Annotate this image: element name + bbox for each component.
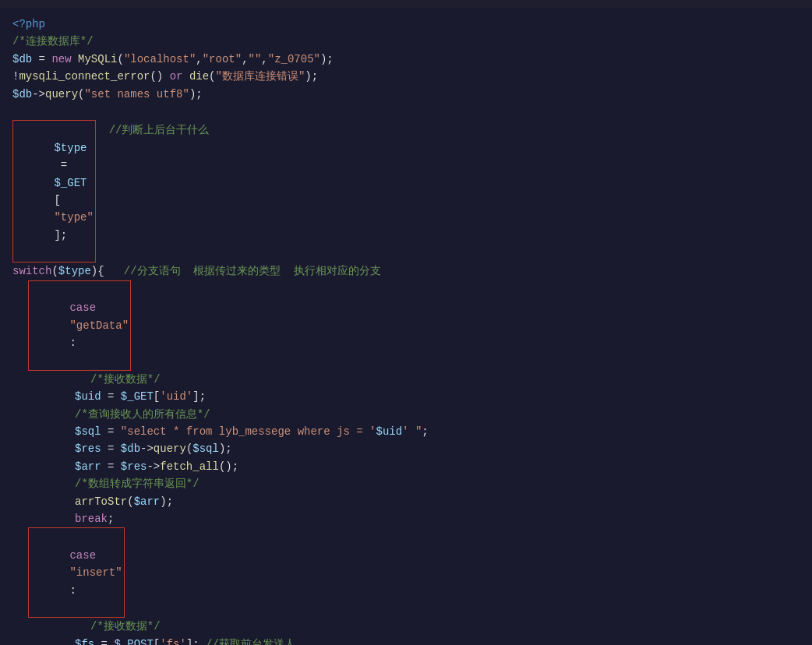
func-mysqli-connect-error: mysqli_connect_error xyxy=(19,68,150,85)
comment-receive-data: /*接收数据*/ xyxy=(90,371,161,388)
code-line-18: break ; xyxy=(0,510,812,527)
comment-connect-db: /*连接数据库*/ xyxy=(12,33,94,50)
comment-query-info: /*查询接收人的所有信息*/ xyxy=(75,406,210,423)
keyword-switch: switch xyxy=(12,263,51,280)
highlighted-case-insert: case "insert" : xyxy=(28,527,125,618)
code-line-10: /*接收数据*/ xyxy=(0,371,812,388)
code-line-21: $fs = $_POST [ 'fs' ]; //获取前台发送人 xyxy=(0,636,812,645)
class-mysqli: MySQLi xyxy=(78,51,117,68)
code-line-3: $db = new MySQLi ( "localhost" , "root" … xyxy=(0,51,812,68)
func-query: query xyxy=(45,86,78,103)
code-line-16: /*数组转成字符串返回*/ xyxy=(0,475,812,492)
code-line-9: case "getData" : xyxy=(0,280,812,371)
code-line-5: $db -> query ( "set names utf8" ); xyxy=(0,86,812,103)
var-db: $db xyxy=(12,51,32,68)
func-die: die xyxy=(189,68,209,85)
code-line-19: case "insert" : xyxy=(0,527,812,618)
comment-array-to-str: /*数组转成字符串返回*/ xyxy=(75,475,199,492)
code-line-4: ! mysqli_connect_error () or die ( " 数据库… xyxy=(0,68,812,85)
code-line-13: $sql = "select * from lyb_messege where … xyxy=(0,423,812,440)
code-line-14: $res = $db -> query ( $sql ); xyxy=(0,440,812,457)
keyword-new: new xyxy=(51,51,78,68)
code-line-8: switch ( $type ){ //分支语句 根据传过来的类型 执行相对应的… xyxy=(0,263,812,280)
code-line-17: arrToStr ( $arr ); xyxy=(0,493,812,510)
highlighted-case-getdata: case "getData" : xyxy=(28,280,131,371)
comment-switch: //分支语句 根据传过来的类型 执行相对应的分支 xyxy=(124,263,381,280)
string-db-error: 数据库连接错误 xyxy=(222,68,298,85)
php-open-tag: <?php xyxy=(12,16,45,33)
code-line-1: <?php xyxy=(0,16,812,33)
keyword-or: or xyxy=(170,68,183,85)
code-editor: <?php /*连接数据库*/ $db = new MySQLi ( "loca… xyxy=(0,8,812,645)
highlighted-type-get: $type = $_GET [ "type" ]; xyxy=(12,120,96,263)
code-line-blank xyxy=(0,103,812,120)
comment-judge-type: //判断上后台干什么 xyxy=(96,122,210,139)
comment-fs: //获取前台发送人 xyxy=(206,636,295,645)
comment-receive-data2: /*接收数据*/ xyxy=(90,618,161,635)
keyword-break-1: break xyxy=(75,510,108,527)
code-line-2: /*连接数据库*/ xyxy=(0,33,812,50)
code-line-7: $type = $_GET [ "type" ]; //判断上后台干什么 xyxy=(0,120,812,263)
code-line-12: /*查询接收人的所有信息*/ xyxy=(0,406,812,423)
code-line-15: $arr = $res -> fetch_all (); xyxy=(0,458,812,475)
code-line-20: /*接收数据*/ xyxy=(0,618,812,635)
code-line-11: $uid = $_GET [ 'uid' ]; xyxy=(0,388,812,405)
